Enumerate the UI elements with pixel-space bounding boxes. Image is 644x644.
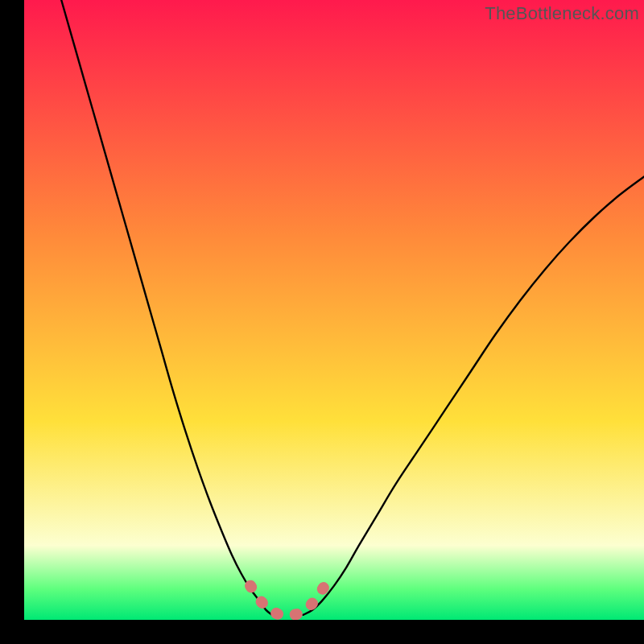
gradient-bg	[24, 0, 644, 620]
bottleneck-chart	[24, 0, 644, 620]
chart-frame	[24, 0, 644, 620]
watermark-text: TheBottleneck.com	[485, 3, 639, 24]
